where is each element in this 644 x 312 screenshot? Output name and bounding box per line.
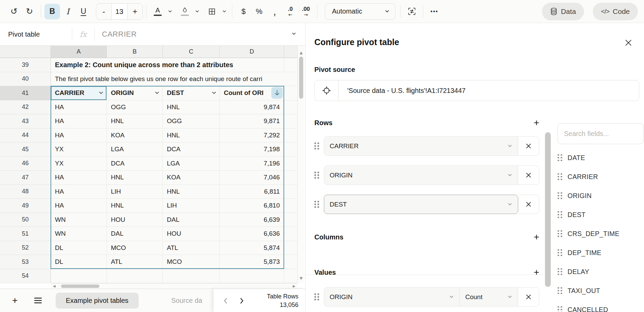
grid-cell[interactable]: LGA [163,157,220,171]
sheet-tab-example-pivot-tables[interactable]: Example pivot tables [56,293,139,309]
grid-cell[interactable] [284,142,297,157]
row-header-42[interactable]: 42 [0,100,51,115]
grid-cell[interactable]: LGA [107,142,163,157]
scroll-right-icon[interactable]: ▶ [293,284,295,288]
row-header-44[interactable]: 44 [0,129,51,143]
row-header-54[interactable]: 54 [0,269,51,284]
column-header-d[interactable]: D [220,46,284,58]
vertical-scroll-thumb[interactable] [299,57,303,99]
borders-chevron[interactable] [220,4,229,19]
italic-button[interactable]: I [60,4,76,19]
horizontal-scrollbar[interactable]: ◀ ▶ [51,283,297,289]
row-header-46[interactable]: 46 [0,157,51,171]
grid-cell[interactable] [284,213,297,227]
field-select[interactable]: ORIGIN [324,165,518,185]
undo-button[interactable]: ↺ [6,4,22,19]
add-sheet-button[interactable]: + [8,295,22,306]
remove-field-button[interactable] [518,165,539,185]
grid-cell[interactable]: HNL [107,114,163,129]
grid-cell[interactable]: 7,198 [220,142,284,157]
grid-cell[interactable]: DCA [163,142,220,157]
grid-cell[interactable]: HA [51,100,107,115]
grid-cell[interactable]: WN [51,227,107,241]
currency-format-button[interactable]: $ [236,4,251,19]
grid-cell[interactable] [284,157,297,171]
data-view-button[interactable]: Data [542,3,584,20]
grid-cell[interactable]: MCO [163,255,220,269]
column-header-b[interactable]: B [107,46,163,58]
cell-overflow-text[interactable]: Example 2: Count unique across more than… [51,58,284,72]
select-range-button[interactable] [315,80,338,101]
font-size-decrease-button[interactable]: - [96,4,111,19]
grid-cell[interactable]: 6,639 [220,213,284,227]
drag-handle-icon[interactable] [558,249,562,256]
drag-handle-icon[interactable] [314,293,319,300]
number-format-select[interactable]: Automatic [325,3,395,20]
drag-handle-icon[interactable] [558,173,562,180]
previous-table-button[interactable] [220,294,231,308]
comma-format-button[interactable]: , [267,4,282,19]
grid-cell[interactable] [284,199,297,213]
sort-descending-icon[interactable] [271,87,283,99]
panel-scrollbar-thumb[interactable] [545,132,551,287]
field-list-item-origin[interactable]: ORIGIN [558,189,644,202]
drag-handle-icon[interactable] [558,211,562,218]
grid-cell[interactable] [284,185,297,199]
scroll-down-icon[interactable]: ▼ [298,276,305,280]
grid-cell[interactable]: 6,810 [220,199,284,213]
grid-cell[interactable]: HA [51,185,107,199]
remove-field-button[interactable] [518,195,539,214]
horizontal-scroll-thumb[interactable] [61,285,99,288]
grid-cell[interactable] [284,86,297,100]
close-panel-button[interactable] [624,39,632,48]
field-list-item-crs_dep_time[interactable]: CRS_DEP_TIME [558,227,644,240]
row-header-49[interactable]: 49 [0,199,51,213]
field-select[interactable]: CARRIER [324,136,518,156]
row-header-52[interactable]: 52 [0,241,51,255]
grid-cell[interactable]: ATL [163,241,220,255]
bold-button[interactable]: B [44,4,60,19]
borders-button[interactable] [204,4,220,19]
row-header-48[interactable]: 48 [0,185,51,199]
grid-cell[interactable]: DCA [107,157,163,171]
grid-cell[interactable] [284,100,297,115]
cell-name-box[interactable]: Pivot table [0,31,72,38]
row-header-43[interactable]: 43 [0,114,51,129]
grid-cell[interactable]: 9,871 [220,114,284,129]
underline-button[interactable]: U [76,4,91,19]
grid-cell[interactable] [284,241,297,255]
grid-cell[interactable] [284,58,297,72]
grid-cell[interactable]: OGG [163,114,220,129]
drag-handle-icon[interactable] [314,201,319,208]
grid-cell[interactable] [220,269,284,284]
cell-overflow-text[interactable]: The first pivot table below gives us one… [51,72,297,86]
search-fields-input[interactable] [558,123,644,144]
row-header-39[interactable]: 39 [0,58,51,72]
grid-cell[interactable]: KOA [163,171,220,185]
row-header-50[interactable]: 50 [0,213,51,227]
remove-field-button[interactable] [518,136,539,156]
formula-bar-expand-button[interactable] [291,31,296,38]
sheet-list-button[interactable] [31,297,45,304]
sheet-tab-source-data[interactable]: Source da [171,297,202,305]
code-view-button[interactable]: </> Code [593,3,638,20]
column-header-a[interactable]: A [51,46,107,58]
grid-cell[interactable]: 5,874 [220,241,284,255]
row-header-53[interactable]: 53 [0,255,51,269]
field-list-item-delay[interactable]: DELAY [558,265,644,278]
row-header-47[interactable]: 47 [0,171,51,185]
convert-selection-button[interactable] [404,4,419,19]
field-list-item-dest[interactable]: DEST [558,208,644,221]
grid-cell[interactable]: HNL [163,129,220,143]
grid-cell[interactable]: HNL [163,100,220,115]
grid-cell[interactable]: YX [51,157,107,171]
percent-format-button[interactable]: % [251,4,267,19]
drag-handle-icon[interactable] [558,287,562,294]
grid-cell[interactable]: HA [51,129,107,143]
grid-cell[interactable]: DAL [163,213,220,227]
grid-cell[interactable]: DEST [163,86,220,100]
grid-cell[interactable]: KOA [107,129,163,143]
vertical-scrollbar[interactable]: ▲ ▼ [297,46,305,283]
column-header-partial[interactable] [284,46,297,58]
grid-cell[interactable] [107,269,163,284]
